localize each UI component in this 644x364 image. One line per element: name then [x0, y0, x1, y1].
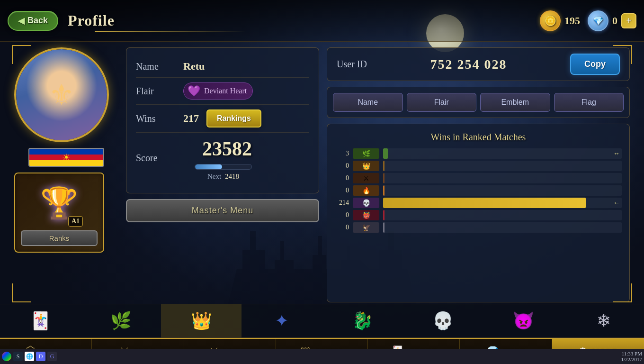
- rank-row-1: 0 👑: [335, 161, 622, 171]
- rank-bar-0: [383, 148, 388, 159]
- corner-br: [613, 283, 632, 302]
- taskbar-time: 11:33 PM 1/22/2017: [621, 351, 642, 362]
- bottom-icon-star[interactable]: ✦: [242, 304, 322, 337]
- add-crystal-button[interactable]: +: [621, 13, 636, 28]
- wins-row: Wins 217 Rankings: [136, 105, 309, 133]
- windows-icon[interactable]: [2, 352, 11, 361]
- ranks-button[interactable]: Ranks: [21, 230, 98, 246]
- rank-count-0: 3: [335, 150, 349, 157]
- bottom-icon-cards[interactable]: 🃏: [0, 304, 80, 337]
- rank-row-0: 3 🌿 ↔: [335, 148, 622, 159]
- rank-bar-container-3: [383, 185, 622, 196]
- ranks-card: 🏆 A1 Ranks: [14, 173, 104, 253]
- center-section: Name Retu Flair 💜 Deviant Heart Wins 217: [126, 47, 319, 302]
- customize-name-button[interactable]: Name: [333, 93, 403, 112]
- rank-icon-4: 💀: [353, 198, 379, 208]
- score-value: 23582: [202, 137, 252, 160]
- flair-value: Deviant Heart: [204, 87, 247, 95]
- rank-icon-1: 👑: [353, 161, 379, 171]
- steam-icon[interactable]: S: [13, 352, 23, 361]
- rank-bar-container-2: [383, 173, 622, 183]
- user-id-label: User ID: [337, 59, 367, 70]
- date-display: 1/22/2017: [621, 356, 642, 362]
- rank-count-2: 0: [335, 174, 349, 182]
- back-label: Back: [27, 16, 48, 26]
- bottom-icon-skull[interactable]: 💀: [402, 304, 483, 337]
- rankings-button[interactable]: Rankings: [206, 109, 261, 127]
- bottom-icon-dragon[interactable]: 🐉: [322, 304, 402, 337]
- rank-bar-1: [383, 161, 385, 171]
- rank-bar-2: [383, 173, 385, 183]
- rank-icon-6: 🦅: [353, 222, 379, 233]
- bottom-icon-ice[interactable]: ❄: [564, 304, 644, 337]
- masters-menu-button[interactable]: Master's Menu: [126, 199, 319, 222]
- user-id-row: User ID 752 254 028 Copy: [327, 47, 630, 81]
- wins-value: 217: [183, 112, 199, 125]
- customize-emblem-button[interactable]: Emblem: [480, 93, 550, 112]
- time-display: 11:33 PM: [621, 351, 642, 356]
- flair-label: Flair: [136, 86, 183, 97]
- rank-count-6: 0: [335, 224, 349, 231]
- rank-bar-container-4: ←: [383, 198, 622, 208]
- score-label: Score: [136, 153, 183, 164]
- bottom-icon-leaf[interactable]: 🌿: [80, 304, 161, 337]
- page-title: Profile: [68, 12, 115, 29]
- crystal-currency: 💎 0 +: [588, 10, 636, 31]
- rank-row-3: 0 🔥: [335, 185, 622, 196]
- bottom-icon-demon[interactable]: 👿: [483, 304, 564, 337]
- rank-row-5: 0 👹: [335, 210, 622, 220]
- flair-row: Flair 💜 Deviant Heart: [136, 78, 309, 105]
- rank-count-1: 0: [335, 162, 349, 170]
- rank-bar-6: [383, 222, 385, 233]
- rank-count-3: 0: [335, 187, 349, 194]
- rank-bar-arrow-4: ←: [613, 199, 620, 207]
- rank-bar-5: [383, 210, 385, 220]
- rank-emblem: 🏆 A1: [36, 179, 83, 227]
- user-id-value: 752 254 028: [430, 57, 507, 72]
- chrome-icon[interactable]: 🌐: [25, 352, 34, 361]
- corner-tl: [12, 45, 31, 64]
- rank-count-5: 0: [335, 211, 349, 219]
- flag-philippines: [28, 148, 104, 167]
- info-panel: Name Retu Flair 💜 Deviant Heart Wins 217: [126, 47, 319, 193]
- game-icon[interactable]: G: [47, 352, 57, 361]
- score-row: Score 23582 Next 2418: [136, 133, 309, 185]
- next-info: Next 2418: [195, 173, 252, 181]
- rank-bar-container-6: [383, 222, 622, 233]
- rank-icon-0: 🌿: [353, 148, 379, 159]
- name-label: Name: [136, 61, 183, 72]
- title-underline: [95, 31, 246, 32]
- next-value: 2418: [225, 173, 239, 181]
- top-bar: ◀ Back Profile 🪙 195 💎 0 +: [0, 0, 644, 42]
- corner-bl: [12, 283, 31, 302]
- customize-buttons: Name Flair Emblem Flag: [327, 87, 630, 118]
- currency-area: 🪙 195 💎 0 +: [540, 10, 636, 31]
- back-button[interactable]: ◀ Back: [8, 11, 58, 31]
- bottom-icon-crown[interactable]: 👑: [161, 304, 242, 337]
- back-arrow-icon: ◀: [18, 16, 25, 26]
- rank-bar-container-0: ↔: [383, 148, 622, 159]
- copy-button[interactable]: Copy: [570, 54, 620, 75]
- name-value: Retu: [183, 60, 309, 73]
- right-section: User ID 752 254 028 Copy Name Flair Embl…: [327, 47, 630, 302]
- gold-currency: 🪙 195: [540, 10, 580, 31]
- rank-row-6: 0 🦅: [335, 222, 622, 233]
- ranked-chart: 3 🌿 ↔ 0 👑: [335, 148, 622, 233]
- rank-bar-3: [383, 185, 385, 196]
- corner-tr: [613, 45, 632, 64]
- profile-panel: 🏆 A1 Ranks Name Retu Flair 💜 De: [14, 47, 630, 302]
- gold-amount: 195: [564, 15, 580, 27]
- rank-icon-3: 🔥: [353, 185, 379, 196]
- wins-label: Wins: [136, 113, 183, 124]
- customize-flag-button[interactable]: Flag: [554, 93, 624, 112]
- rank-bar-4: [383, 198, 586, 208]
- rank-icon-2: ⚔: [353, 173, 379, 183]
- progress-bar-container: [195, 164, 252, 170]
- ranked-section: Wins in Ranked Matches 3 🌿 ↔ 0 �: [327, 124, 630, 302]
- crystal-amount: 0: [612, 15, 617, 27]
- customize-flair-button[interactable]: Flair: [407, 93, 477, 112]
- flair-badge-icon: 💜: [188, 85, 200, 97]
- discord-icon[interactable]: D: [36, 352, 45, 361]
- rank-bar-container-5: [383, 210, 622, 220]
- bottom-icons-bar: 🃏 🌿 👑 ✦ 🐉 💀 👿 ❄: [0, 304, 644, 338]
